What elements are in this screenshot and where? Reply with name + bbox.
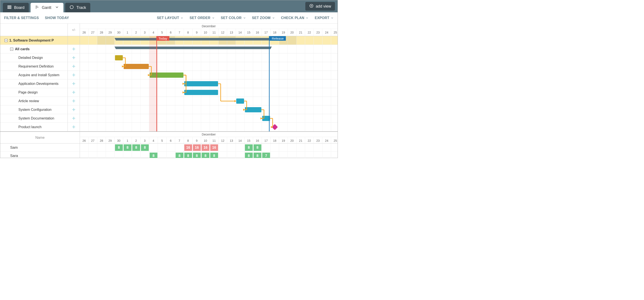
allocation-cell[interactable]: 16 — [202, 144, 210, 151]
svg-rect-0 — [8, 6, 9, 8]
add-task-button[interactable]: + — [72, 106, 75, 113]
export-button[interactable]: EXPORT — [315, 16, 334, 20]
day-header-cell: 29 — [106, 137, 114, 143]
collapse-icon[interactable]: − — [4, 39, 8, 42]
tab-track[interactable]: Track — [65, 3, 90, 12]
add-task-button[interactable]: + — [72, 80, 75, 87]
day-header-cell: 22 — [305, 137, 314, 143]
allocation-cell[interactable]: 8 — [150, 153, 158, 158]
day-header-cell: 16 — [253, 29, 262, 36]
allocation-cell[interactable]: 7 — [262, 153, 270, 158]
collapse-icon[interactable]: − — [10, 48, 13, 51]
day-header-cell: 24 — [322, 137, 331, 143]
resource-name: Sam — [0, 144, 80, 152]
task-row[interactable]: System Documentation + — [0, 114, 338, 123]
allocation-cell[interactable]: 8 — [202, 153, 210, 158]
day-header-cell: 22 — [305, 29, 314, 36]
allocation-cell[interactable]: 8 — [124, 144, 132, 151]
day-header-cell: 16 — [253, 137, 262, 143]
add-view-button[interactable]: add view — [305, 2, 335, 10]
day-header-cell: 29 — [106, 29, 114, 36]
task-row[interactable]: Page design + — [0, 88, 338, 97]
task-row[interactable]: Acquire and Install System + — [0, 71, 338, 79]
month-label: December — [80, 132, 338, 137]
task-row[interactable]: Requirement Definition + — [0, 62, 338, 71]
day-header-cell: 9 — [192, 29, 201, 36]
allocation-cell[interactable]: 8 — [193, 153, 201, 158]
tab-board-label: Board — [14, 5, 24, 10]
task-bar[interactable] — [115, 55, 123, 60]
chevron-down-icon — [180, 16, 184, 19]
task-bar[interactable] — [245, 107, 261, 112]
add-task-button[interactable]: + — [72, 124, 75, 130]
allocation-cell[interactable]: 8 — [176, 153, 184, 158]
day-header-cell: 17 — [262, 137, 270, 143]
allocation-cell[interactable]: 8 — [254, 144, 261, 151]
set-layout-button[interactable]: SET LAYOUT — [157, 16, 184, 20]
all-cards-row[interactable]: −All cards + — [0, 45, 338, 53]
task-bar[interactable] — [184, 81, 218, 86]
filter-settings-button[interactable]: FILTER & SETTINGS — [4, 16, 39, 20]
add-task-button[interactable]: + — [72, 89, 75, 96]
day-header-cell: 8 — [184, 137, 192, 143]
gantt-icon — [35, 5, 39, 10]
task-bar[interactable] — [184, 90, 218, 95]
day-header-cell: 14 — [236, 137, 244, 143]
task-row[interactable]: Application Developments + — [0, 79, 338, 88]
allocation-cell[interactable]: 8 — [245, 144, 253, 151]
day-header-cell: 8 — [184, 29, 192, 36]
add-task-button[interactable]: + — [72, 63, 75, 70]
resource-row[interactable]: Sam 88881616161688 — [0, 144, 338, 152]
allocation-cell[interactable]: 16 — [193, 144, 201, 151]
chevron-down-icon — [331, 16, 334, 19]
task-bar[interactable] — [236, 98, 244, 104]
track-icon — [70, 5, 74, 10]
allocation-cell[interactable]: 8 — [184, 153, 192, 158]
show-today-button[interactable]: SHOW TODAY — [45, 16, 69, 20]
allocation-cell[interactable]: 16 — [210, 144, 218, 151]
day-header-cell: 20 — [288, 137, 296, 143]
day-header-cell: 4 — [149, 137, 158, 143]
day-header-cell: 2 — [132, 137, 140, 143]
allocation-cell[interactable]: 8 — [245, 153, 253, 158]
tab-track-label: Track — [76, 5, 86, 10]
add-task-button[interactable]: + — [72, 54, 75, 61]
check-plan-button[interactable]: CHECK PLAN — [281, 16, 309, 20]
task-bar[interactable] — [150, 72, 184, 78]
task-row[interactable]: Article review + — [0, 97, 338, 105]
day-header-cell: 6 — [166, 137, 175, 143]
allocation-cell[interactable]: 8 — [210, 153, 218, 158]
project-group-row[interactable]: −1. Software Development P — [0, 36, 338, 45]
tab-board[interactable]: Board — [3, 3, 29, 12]
day-header-cell: 12 — [218, 137, 227, 143]
add-task-button[interactable]: + — [72, 72, 75, 78]
add-task-button[interactable]: + — [72, 46, 75, 52]
set-color-button[interactable]: SET COLOR — [221, 16, 246, 20]
task-row[interactable]: System Configuration + — [0, 105, 338, 114]
chevron-down-icon — [306, 16, 308, 19]
day-header-cell: 15 — [244, 137, 253, 143]
allocation-cell[interactable]: 8 — [132, 144, 140, 151]
summary-bar[interactable] — [116, 46, 270, 49]
task-bar[interactable] — [262, 116, 270, 121]
tab-gantt[interactable]: Gantt — [30, 3, 64, 12]
set-order-button[interactable]: SET ORDER — [190, 16, 214, 20]
set-zoom-button[interactable]: SET ZOOM — [252, 16, 275, 20]
resource-row[interactable]: Sara 888888887 — [0, 152, 338, 158]
milestone[interactable] — [272, 124, 278, 130]
task-row[interactable]: Product launch + — [0, 123, 338, 131]
day-header-cell: 7 — [175, 137, 184, 143]
add-task-button[interactable]: + — [72, 115, 75, 122]
task-bar[interactable] — [124, 64, 149, 69]
day-header-cell: 21 — [296, 29, 305, 36]
day-header-cell: 20 — [288, 29, 296, 36]
day-header-cell: 19 — [279, 137, 288, 143]
day-header-cell: 3 — [140, 29, 149, 36]
add-task-button[interactable]: + — [72, 98, 75, 104]
allocation-cell[interactable]: 8 — [141, 144, 149, 151]
allocation-cell[interactable]: 16 — [184, 144, 192, 151]
summary-bar[interactable] — [116, 38, 270, 40]
allocation-cell[interactable]: 8 — [254, 153, 261, 158]
allocation-cell[interactable]: 8 — [115, 144, 123, 151]
task-row[interactable]: Detailed Design + — [0, 53, 338, 62]
